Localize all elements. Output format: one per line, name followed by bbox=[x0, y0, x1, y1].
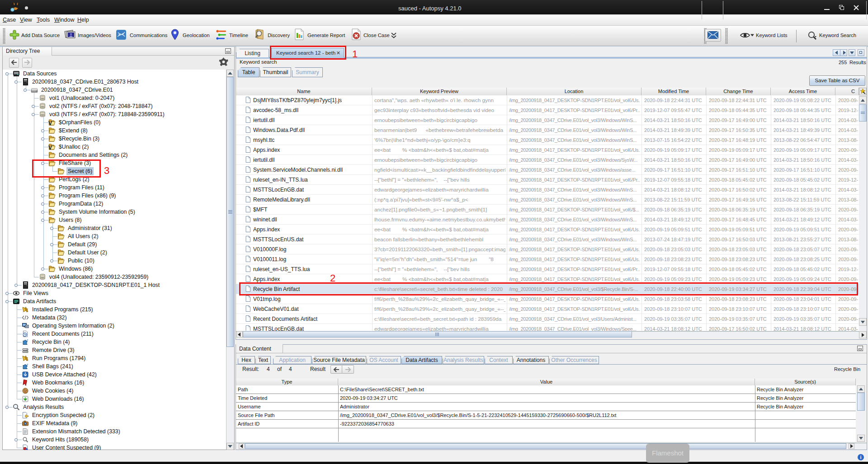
svg-text:V: V bbox=[48, 120, 52, 126]
svg-text:V: V bbox=[48, 145, 52, 150]
